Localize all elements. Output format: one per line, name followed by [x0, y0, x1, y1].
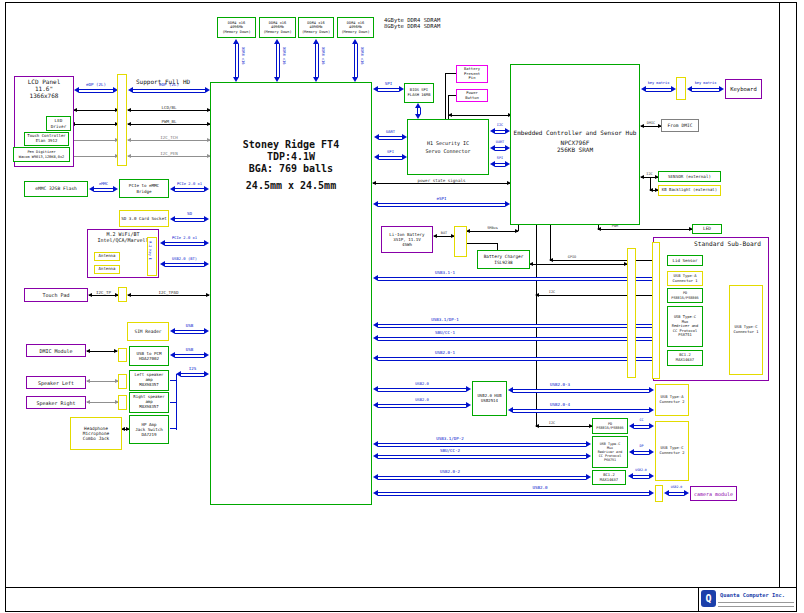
usb-c-connector-2: USB Type-CConnector 2 — [655, 421, 689, 481]
touchpad-connector — [118, 287, 127, 302]
wire-bat — [434, 236, 454, 237]
dram-chip-4: DDR4 x164096Mb(Memory Down) — [337, 17, 374, 38]
wire-touchpad-r-label: I2C_TPAD — [158, 290, 178, 295]
wire-batpin-v — [445, 73, 446, 119]
wire-pen-r — [128, 156, 210, 157]
wire-hp-i2s — [170, 428, 177, 429]
amp-left: Left speakerampMAX98357 — [129, 370, 169, 391]
sd-card-socket: SD 3.0 Card Socket — [119, 210, 169, 227]
bus-edp-cpu — [128, 87, 210, 94]
bus-sd — [170, 216, 209, 223]
wire-i2c-pd-2-label: I2C — [549, 421, 555, 425]
led-driver: LEDDriver — [46, 116, 71, 131]
bus-ddr-2-label: DDR4 x16 — [282, 47, 286, 64]
bus-ddr-4-label: DDR4 x16 — [360, 47, 364, 64]
bus-kb-matrix-2-label: key matrix — [695, 81, 717, 85]
bus-hub-out-2 — [508, 407, 654, 414]
bus-c1-sbu-label: SBU/CC-1 — [435, 330, 455, 335]
bus-emmc-label: eMMC — [99, 181, 108, 186]
bus-spi-flash-label: SPI — [385, 81, 393, 86]
bus-hub-in-1-label: USB2.0 — [415, 381, 429, 386]
wire-spk-l — [87, 381, 118, 382]
bus-camera — [664, 490, 689, 497]
bc12-detect-2: BC1.2MAX14637 — [592, 470, 626, 485]
sensor-external: SENSOR (external) — [658, 171, 721, 182]
bus-i2s — [176, 371, 209, 378]
usb-a-connector-2: USB Type-AConnector 2 — [655, 384, 689, 416]
wire-batpin-h — [445, 73, 456, 74]
wire-dmic-ec — [641, 126, 661, 127]
emmc-bridge: PCIe to eMMCBridge — [119, 179, 169, 198]
wire-pwmbl-l — [72, 124, 118, 125]
touch-controller: Touch ControllerElan 3912 — [24, 132, 69, 146]
wire-touchpad-l-label: I2C_TP — [96, 290, 111, 295]
wire-touchpad-r — [128, 295, 209, 296]
wire-power-state — [373, 183, 510, 184]
wire-chg-out — [530, 264, 627, 265]
dmic-connector — [118, 348, 127, 362]
bus-c1-dp — [373, 322, 666, 329]
bus-cpu-h1-uart-label: UART — [386, 129, 395, 134]
bus-ddr-3-label: DDR4 x16 — [321, 47, 325, 64]
bus-ddr-1-label: DDR4 x16 — [241, 47, 245, 64]
page-frame-right — [796, 2, 797, 611]
bus-h1-ec-i2c-label: I2C — [497, 123, 503, 127]
bus-emmc-pcie — [170, 186, 209, 193]
bus-ddr-1 — [233, 39, 240, 82]
bus-espi-label: eSPI — [436, 196, 446, 201]
wire-chg-v — [497, 243, 498, 250]
bus-camera-long — [373, 490, 654, 497]
bus-c2-sbu — [373, 453, 591, 460]
battery-charger: Battery ChargerISL9238 — [477, 250, 530, 269]
wire-smbus — [467, 231, 518, 232]
from-dmic: From DMIC — [661, 119, 699, 132]
bus-h1-ec-spi — [490, 161, 510, 168]
support-full-hd-note: Support Full HD — [136, 78, 190, 85]
pen-digitizer: Pen DigitizerWacom W9013,128KB,0x2 — [13, 147, 70, 162]
usb-c-mux-2: USB Type-CMuxRedriver andCC ProtocolPS87… — [592, 436, 628, 468]
bus-cpu-h1-uart — [374, 134, 407, 141]
bus-c1-usb2 — [373, 355, 666, 362]
wire-tch-r — [128, 140, 210, 141]
bus-s2-usb2-label: USB2.0 — [635, 468, 647, 472]
wire-i2c-pd-1 — [536, 295, 667, 296]
wire-i2c-pd-2 — [536, 426, 592, 427]
wire-smbus-v — [518, 225, 519, 231]
dram-chip-1: DDR4 x164096Mb(Memory Down) — [217, 17, 256, 38]
title-block-row-line-1 — [718, 602, 794, 603]
pd-controller-2: PDPS8815/PS8805 — [592, 418, 628, 434]
bus-s2-usb2 — [628, 473, 654, 480]
wire-hp-jack — [122, 429, 129, 430]
bus-camera-long-label: USB2.0 — [532, 485, 547, 490]
bus-h1-ec-i2c — [490, 128, 510, 135]
wire-kbbl — [650, 190, 658, 191]
wire-i2c-pd-1-label: I2C — [549, 290, 555, 294]
bus-wifi-usb — [160, 261, 209, 268]
bios-spi-flash: BIOS SPIFLASH 16MB — [404, 83, 434, 103]
bus-wifi-pcie — [160, 240, 209, 247]
bus-sim-usb — [170, 328, 209, 335]
bus-kb-matrix-1 — [641, 86, 676, 93]
hp-amp: HP AmpJack SwitchDA7219 — [129, 415, 169, 444]
bus-emmc — [89, 186, 118, 193]
bus-s2-cc-label: CC — [639, 418, 643, 422]
bus-spi-flash — [373, 86, 404, 93]
bus-ddr-3 — [313, 39, 320, 82]
bus-hub-in-2-label: USB2.0 — [415, 397, 429, 402]
bus-s2-dp — [629, 449, 654, 456]
battery-connector — [454, 226, 467, 257]
battery-pack: Li-Ion Battery3S1P, 11.1V45Wh — [381, 226, 433, 253]
bus-hub-in-1 — [373, 386, 471, 393]
keyboard: Keyboard — [725, 79, 762, 99]
bus-usb31-1 — [373, 275, 666, 282]
wire-pen-l — [71, 156, 118, 157]
lid-sensor: Lid Sensor — [667, 255, 703, 266]
speaker-left-connector — [118, 374, 127, 389]
cpu-block: Stoney Ridge FT4TDP:4.1WBGA: 769 balls 2… — [210, 82, 372, 505]
bus-cpu-h1-spi — [374, 154, 407, 161]
usb2-hub: USB2.0 HUBUSB2514 — [472, 381, 507, 416]
speaker-right: Speaker Right — [26, 396, 86, 409]
block-diagram-page: eDP (2L)eDP (2L)LCD/BLPWM_BLI2C_TCHI2C_P… — [0, 0, 804, 613]
usb-c-connector-1: USB Type-CConnector 1 — [729, 285, 763, 375]
bus-c2-usb2 — [373, 474, 591, 481]
